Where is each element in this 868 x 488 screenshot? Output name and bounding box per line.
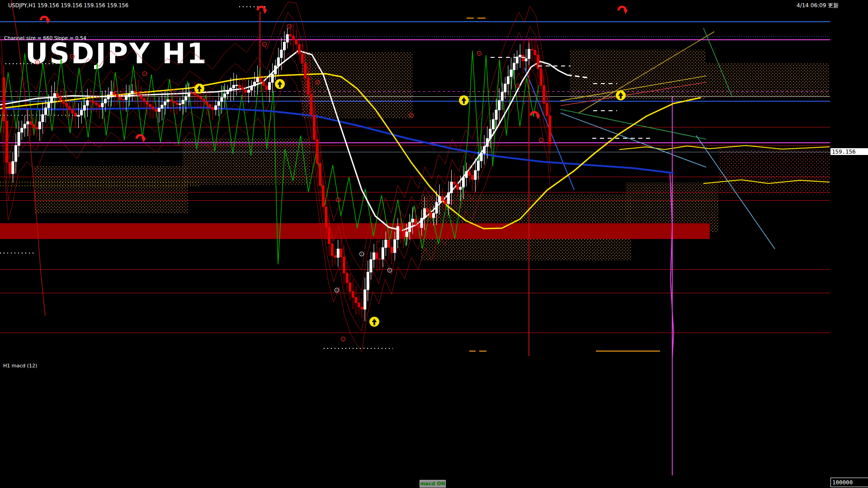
candle-body [21,128,23,132]
candle-body [245,90,247,92]
signal-dot [338,199,339,200]
candle-body [513,63,515,70]
uturn-down-arrowhead-icon [623,9,628,14]
candle-body [53,94,56,98]
candle-body [77,115,80,117]
candle-body [289,34,292,36]
candle-body [92,101,94,103]
candle-body [501,92,503,100]
candle-body [274,66,277,74]
candle-body [107,95,109,99]
candle-body [38,122,41,129]
candle-body [433,213,435,218]
candle-body [66,103,68,107]
signal-dot [541,140,542,141]
candle-body [388,240,390,247]
candle-body [403,231,405,237]
signal-dot [517,85,518,86]
candle-body [62,100,65,103]
candle-body [155,109,157,112]
signal-dot [72,56,73,57]
signal-dot [479,53,480,54]
candle-body [531,49,533,50]
candle-body [134,91,137,92]
current-price-tag: 159.156 [830,148,868,155]
candle-body [185,96,187,100]
fan-line [561,113,706,167]
candle-body [101,103,104,107]
candle-body [15,145,17,161]
candle-body [71,110,74,113]
candle-body [519,55,521,57]
candle-body [468,171,471,175]
candle-body [465,171,467,178]
ichimoku-cloud [34,166,188,213]
macd-on-button[interactable]: macd ON [420,480,446,488]
channel-info: Channel size = 660 Slope = 0.54 [4,35,86,41]
signal-dot [389,270,390,271]
candle-body [492,119,495,129]
candle-body [161,105,163,108]
candle-body [68,107,71,110]
candle-body [441,197,443,201]
candle-body [415,219,417,225]
candle-body [522,55,524,61]
signal-dot [37,62,38,63]
candle-body [409,222,411,232]
candle-body [239,85,241,87]
candle-body [232,85,235,88]
candle-body [450,182,453,193]
candle-body [328,227,330,244]
candle-body [221,98,223,102]
volume-scale-label: 100000 [830,478,868,487]
candle-body [334,255,336,257]
candle-body [9,162,11,174]
candle-body [376,253,378,259]
candle-body [188,93,190,96]
candle-body [90,100,92,101]
candle-body [331,244,333,255]
candle-body [80,110,83,115]
candle-body [429,212,432,218]
candle-body [265,85,268,89]
candle-body [167,100,169,102]
candle-body [241,88,244,90]
candle-body [471,175,473,179]
order-zone-band [0,223,710,239]
candle-body [217,102,220,106]
candle-body [483,146,486,153]
candle-body [24,124,26,128]
candle-body [477,161,480,170]
candle-body [170,100,172,102]
candle-body [385,240,387,248]
candle-body [391,247,393,253]
candle-body [304,63,307,78]
candle-body [51,98,53,103]
signal-dot [317,82,318,83]
candle-body [200,97,202,99]
signal-dot [289,26,290,27]
candle-body [310,94,312,115]
candle-body [346,273,348,283]
candle-body [33,125,35,128]
candle-body [322,185,324,206]
candle-body [498,100,500,110]
candle-body [507,77,509,84]
candle-body [173,101,175,103]
candle-body [406,232,408,237]
candle-body [119,97,122,99]
candle-body [47,103,50,108]
candle-body [298,44,301,54]
candle-body [495,110,497,119]
candle-body [456,184,458,189]
candle-body [319,164,321,186]
candle-body [459,187,462,189]
candle-body [182,100,184,104]
candle-body [540,69,542,85]
candle-body [197,95,199,97]
chart-canvas[interactable] [0,0,868,488]
signal-dot [336,290,337,291]
candle-body [269,82,271,89]
candle-body [364,290,366,309]
candle-body [424,209,426,218]
